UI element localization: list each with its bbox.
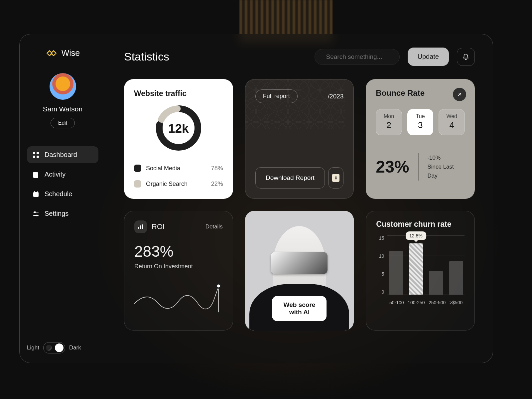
day-label: Wed: [439, 113, 465, 119]
churn-bar[interactable]: [449, 261, 463, 295]
card-roi: ROI Details 283% Return On Investment: [124, 211, 233, 331]
day-option-wed[interactable]: Wed 4: [439, 109, 465, 135]
legend-value: 78%: [211, 165, 223, 172]
day-picker: Mon 2 Tue 3 Wed 4: [376, 109, 465, 135]
download-icon: ⬇: [332, 174, 339, 182]
churn-title: Customer churn rate: [376, 220, 465, 229]
nav-item-dashboard[interactable]: Dashboard: [27, 146, 98, 163]
legend-row: Organic Search 22%: [134, 176, 223, 192]
svg-rect-22: [140, 225, 141, 229]
full-report-pill[interactable]: Full report: [255, 89, 298, 103]
traffic-title: Website traffic: [134, 89, 223, 98]
roi-sparkline: [134, 278, 223, 315]
toggle-knob: [55, 343, 64, 352]
card-website-traffic: Website traffic 12k Social Media 78%: [124, 79, 233, 199]
chart-icon: [134, 220, 147, 233]
svg-rect-23: [142, 224, 143, 229]
swatch-icon: [134, 180, 141, 188]
topbar: Statistics Update: [124, 48, 475, 66]
svg-rect-2: [33, 156, 35, 158]
dashboard-icon: [32, 151, 40, 159]
svg-rect-4: [33, 192, 39, 197]
schedule-icon: [32, 191, 40, 198]
expand-button[interactable]: [453, 88, 466, 101]
roi-subtitle: Return On Investment: [134, 263, 223, 270]
activity-icon: [32, 171, 40, 178]
xtick: >$500: [450, 300, 463, 305]
day-option-tue[interactable]: Tue 3: [407, 109, 434, 135]
download-report-button[interactable]: Download Report: [255, 167, 325, 189]
app-window: Wise Sam Watson Edit Dashboard Activity: [19, 34, 493, 363]
svg-point-25: [216, 284, 220, 288]
svg-point-9: [34, 211, 36, 213]
bounce-title: Bounce Rate: [376, 88, 465, 98]
card-churn-rate: Customer churn rate 15 10 5 0 12.8%: [366, 211, 475, 331]
ytick: 10: [376, 253, 384, 259]
download-icon-button[interactable]: ⬇: [328, 167, 343, 189]
roi-value: 283%: [134, 242, 223, 260]
ytick: 0: [376, 289, 384, 295]
theme-toggle[interactable]: [43, 342, 65, 353]
nav-item-activity[interactable]: Activity: [27, 166, 98, 183]
update-button[interactable]: Update: [408, 48, 449, 66]
legend-label: Organic Search: [146, 181, 188, 188]
traffic-legend: Social Media 78% Organic Search 22%: [134, 161, 223, 192]
traffic-donut: 12k: [152, 101, 205, 156]
day-num: 4: [439, 120, 465, 130]
churn-bar[interactable]: [429, 271, 443, 295]
churn-tooltip: 12.8%: [406, 231, 426, 240]
svg-rect-0: [33, 152, 35, 154]
svg-rect-6: [37, 191, 38, 193]
sidebar: Wise Sam Watson Edit Dashboard Activity: [20, 34, 106, 363]
svg-rect-5: [34, 191, 35, 193]
nav-label: Schedule: [45, 190, 72, 198]
search-box[interactable]: [315, 49, 400, 65]
swatch-icon: [134, 165, 141, 172]
nav-label: Settings: [45, 210, 68, 217]
nav-item-schedule[interactable]: Schedule: [27, 186, 98, 202]
svg-rect-3: [37, 156, 39, 158]
svg-rect-20: [245, 79, 345, 129]
report-year: /2023: [328, 93, 344, 100]
avatar[interactable]: [50, 73, 76, 100]
roi-title: ROI: [152, 222, 165, 231]
page-title: Statistics: [124, 50, 169, 63]
xtick: 100-250: [408, 300, 425, 305]
nav: Dashboard Activity Schedule Settings: [27, 146, 98, 222]
card-grid: Website traffic 12k Social Media 78%: [124, 79, 475, 331]
card-full-report: Full report /2023 Download Report ⬇: [245, 79, 354, 199]
card-web-score-ai: Web score with AI: [245, 211, 354, 331]
day-option-mon[interactable]: Mon 2: [376, 109, 402, 135]
svg-rect-7: [33, 212, 39, 212]
churn-chart: 15 10 5 0 12.8% 50-100100-250250-500>$50…: [376, 235, 465, 305]
svg-rect-8: [33, 215, 39, 216]
day-num: 3: [408, 120, 433, 130]
svg-rect-21: [138, 227, 139, 229]
legend-label: Social Media: [146, 165, 180, 172]
ai-illustration-visor: [271, 252, 328, 274]
moon-icon: [46, 345, 52, 351]
churn-x-axis: 50-100100-250250-500>$500: [387, 300, 465, 305]
edit-profile-button[interactable]: Edit: [51, 118, 75, 128]
user-name: Sam Watson: [27, 105, 98, 113]
arrow-up-right-icon: [457, 92, 462, 97]
theme-light-label: Light: [27, 344, 39, 351]
nav-item-settings[interactable]: Settings: [27, 205, 98, 222]
ytick: 5: [376, 271, 384, 277]
legend-row: Social Media 78%: [134, 161, 223, 176]
churn-bar[interactable]: [389, 251, 403, 295]
churn-bar[interactable]: [409, 243, 423, 295]
brand-name: Wise: [62, 48, 80, 58]
notifications-button[interactable]: [457, 48, 475, 66]
xtick: 50-100: [389, 300, 404, 305]
web-score-ai-button[interactable]: Web score with AI: [272, 296, 327, 321]
search-input[interactable]: [326, 53, 405, 61]
bounce-delta: -10%: [427, 153, 465, 162]
svg-rect-1: [37, 152, 39, 154]
roi-details-link[interactable]: Details: [205, 223, 223, 230]
day-num: 2: [376, 120, 402, 130]
day-label: Mon: [376, 113, 402, 119]
settings-icon: [32, 210, 40, 217]
xtick: 250-500: [429, 300, 446, 305]
pattern-icon: [245, 79, 345, 129]
